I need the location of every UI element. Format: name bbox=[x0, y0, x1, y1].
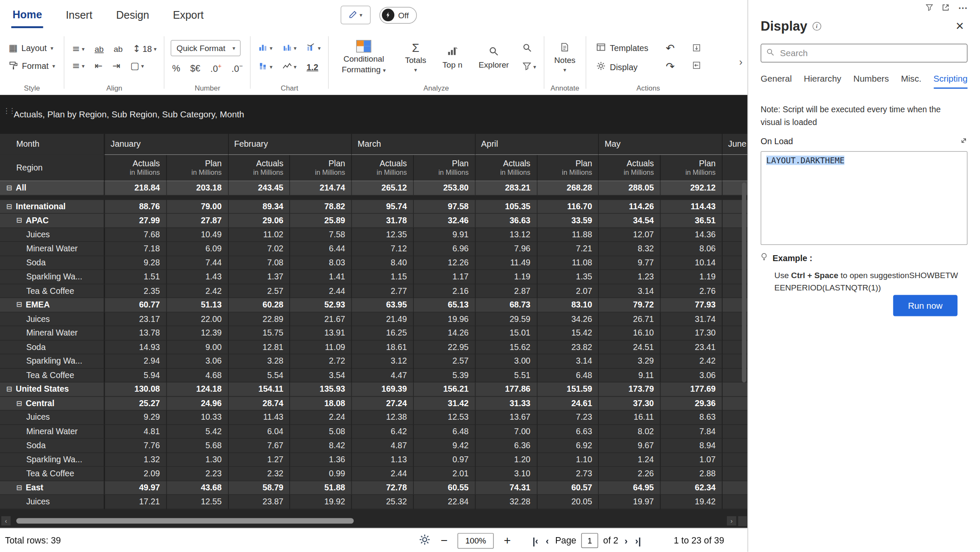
value-cell[interactable]: 11.88 bbox=[537, 228, 598, 242]
value-cell[interactable]: 3.10 bbox=[475, 467, 536, 481]
run-now-button[interactable]: Run now bbox=[893, 295, 957, 316]
value-cell[interactable]: 27.99 bbox=[104, 214, 166, 228]
value-cell[interactable]: 0.97 bbox=[413, 453, 475, 467]
value-cell[interactable]: 7.84 bbox=[660, 424, 722, 438]
value-cell[interactable]: 2.24 bbox=[290, 410, 351, 424]
value-cell[interactable]: 135.93 bbox=[290, 382, 351, 396]
row-height-button[interactable]: ↕18▾ bbox=[131, 43, 158, 55]
value-cell[interactable]: 34.54 bbox=[598, 214, 660, 228]
month-group-header[interactable]: February bbox=[228, 134, 351, 155]
page-input[interactable] bbox=[581, 533, 598, 548]
month-group-header[interactable]: January bbox=[104, 134, 228, 155]
value-cell[interactable]: 6.48 bbox=[413, 424, 475, 438]
value-cell[interactable]: 49.97 bbox=[104, 481, 166, 495]
value-cell[interactable]: 19.96 bbox=[413, 312, 475, 326]
text-style-button[interactable]: ab bbox=[112, 43, 124, 55]
increase-decimal-button[interactable]: .0+ bbox=[209, 61, 223, 75]
last-page-button[interactable]: ›| bbox=[634, 535, 642, 546]
row-label[interactable]: Juices bbox=[0, 410, 104, 424]
row-label[interactable]: Juices bbox=[0, 228, 104, 242]
underline-button[interactable]: ab bbox=[94, 43, 105, 55]
value-cell[interactable]: 6.44 bbox=[290, 242, 351, 256]
collapse-icon[interactable]: ⊟ bbox=[6, 202, 12, 211]
measure-header[interactable]: Actualsin Millions bbox=[104, 155, 166, 181]
value-cell[interactable]: 34.26 bbox=[537, 312, 598, 326]
month-group-header[interactable]: April bbox=[475, 134, 598, 155]
value-cell[interactable]: 1.37 bbox=[228, 270, 290, 284]
value-cell[interactable]: 3.06 bbox=[660, 368, 722, 382]
value-cell[interactable]: 3.29 bbox=[598, 354, 660, 368]
scroll-right-icon[interactable]: › bbox=[727, 516, 736, 526]
value-cell[interactable]: 156.21 bbox=[413, 382, 475, 396]
value-cell[interactable]: 11.02 bbox=[228, 228, 290, 242]
tab-design[interactable]: Design bbox=[115, 3, 151, 27]
value-cell[interactable]: 0.99 bbox=[290, 467, 351, 481]
tab-hierarchy[interactable]: Hierarchy bbox=[804, 74, 841, 88]
value-cell[interactable]: 2.77 bbox=[351, 284, 413, 298]
row-label[interactable]: ⊟APAC bbox=[0, 214, 104, 228]
value-cell[interactable]: 19.42 bbox=[660, 495, 722, 509]
number-format-button[interactable]: 1.2 bbox=[305, 61, 319, 73]
tab-general[interactable]: General bbox=[761, 74, 792, 88]
value-cell[interactable]: 8.42 bbox=[290, 439, 351, 453]
value-cell[interactable]: 5.51 bbox=[475, 368, 536, 382]
value-cell[interactable]: 12.81 bbox=[228, 340, 290, 354]
value-cell[interactable]: 95.74 bbox=[351, 199, 413, 213]
value-cell[interactable]: 7.12 bbox=[351, 242, 413, 256]
month-group-header[interactable]: March bbox=[351, 134, 475, 155]
value-cell[interactable]: 1.51 bbox=[104, 270, 166, 284]
value-cell[interactable]: 2.01 bbox=[413, 467, 475, 481]
measure-header[interactable]: Planin Millions bbox=[166, 155, 228, 181]
value-cell[interactable]: 60.57 bbox=[537, 481, 598, 495]
ribbon-expand-button[interactable]: › bbox=[735, 56, 746, 68]
value-cell[interactable]: 51.13 bbox=[166, 298, 228, 312]
value-cell[interactable]: 15.62 bbox=[475, 340, 536, 354]
value-cell[interactable]: 25.27 bbox=[104, 396, 166, 410]
value-cell[interactable]: 77.93 bbox=[660, 298, 722, 312]
value-cell[interactable]: 12.39 bbox=[166, 326, 228, 340]
value-cell[interactable]: 3.12 bbox=[351, 354, 413, 368]
value-cell[interactable]: 23.41 bbox=[660, 340, 722, 354]
collapse-icon[interactable]: ⊟ bbox=[6, 385, 12, 393]
value-cell[interactable]: 43.68 bbox=[166, 481, 228, 495]
value-cell[interactable]: 203.18 bbox=[166, 181, 228, 195]
value-cell[interactable]: 79.72 bbox=[598, 298, 660, 312]
value-cell[interactable]: 23.17 bbox=[104, 312, 166, 326]
filter-button[interactable]: ▾ bbox=[521, 60, 538, 74]
value-cell[interactable]: 19.97 bbox=[598, 495, 660, 509]
value-cell[interactable]: 2.72 bbox=[290, 354, 351, 368]
value-cell[interactable]: 292.12 bbox=[660, 181, 722, 195]
search-button[interactable] bbox=[521, 42, 538, 55]
value-cell[interactable]: 11.08 bbox=[537, 256, 598, 270]
value-cell[interactable]: 7.08 bbox=[228, 256, 290, 270]
indent-increase-button[interactable]: ⇥ bbox=[111, 60, 122, 72]
quick-format-dropdown[interactable]: Quick Format ▾ bbox=[171, 40, 241, 56]
row-label[interactable]: ⊟United States bbox=[0, 382, 104, 396]
notes-button[interactable]: Notes ▾ bbox=[550, 42, 579, 73]
value-cell[interactable]: 29.36 bbox=[660, 396, 722, 410]
value-cell[interactable]: 2.35 bbox=[104, 284, 166, 298]
value-cell[interactable]: 5.94 bbox=[104, 368, 166, 382]
value-cell[interactable]: 2.73 bbox=[537, 467, 598, 481]
close-icon[interactable]: × bbox=[952, 19, 968, 34]
value-cell[interactable]: 10.49 bbox=[166, 228, 228, 242]
value-cell[interactable]: 8.06 bbox=[660, 242, 722, 256]
value-cell[interactable]: 6.09 bbox=[166, 242, 228, 256]
zoom-level[interactable]: 100% bbox=[458, 533, 494, 549]
value-cell[interactable]: 1.24 bbox=[598, 453, 660, 467]
info-icon[interactable]: i bbox=[812, 22, 821, 31]
value-cell[interactable]: 7.00 bbox=[475, 424, 536, 438]
row-label[interactable]: ⊟East bbox=[0, 481, 104, 495]
value-cell[interactable]: 60.28 bbox=[228, 298, 290, 312]
more-options-icon[interactable]: ⋯ bbox=[958, 3, 968, 14]
value-cell[interactable]: 4.87 bbox=[351, 439, 413, 453]
expand-editor-icon[interactable] bbox=[960, 137, 968, 146]
redo-button[interactable]: ↷ bbox=[662, 61, 679, 73]
value-cell[interactable]: 9.28 bbox=[104, 256, 166, 270]
undo-button[interactable]: ↶ bbox=[662, 43, 679, 54]
vertical-align-button[interactable]: ≡▾ bbox=[71, 60, 85, 72]
tab-home[interactable]: Home bbox=[11, 2, 43, 28]
value-cell[interactable]: 169.39 bbox=[351, 382, 413, 396]
value-cell[interactable]: 3.54 bbox=[290, 368, 351, 382]
value-cell[interactable]: 97.58 bbox=[413, 199, 475, 213]
